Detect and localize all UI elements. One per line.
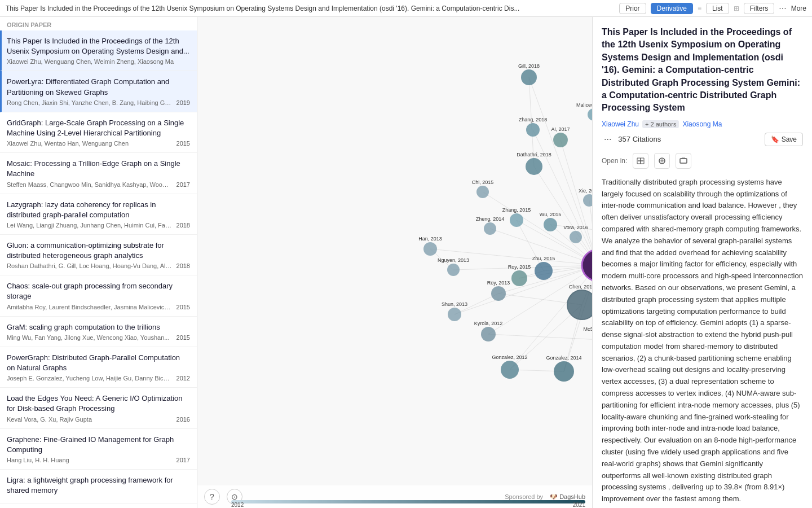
more-options-icon[interactable]: ···: [602, 134, 614, 144]
open-in-tool2[interactable]: [654, 153, 670, 169]
paper-meta: Ming Wu, Fan Yang, Jilong Xue, Wencong X…: [7, 334, 190, 341]
paper-list-item[interactable]: Gluon: a communication-optimizing substr…: [0, 235, 197, 275]
svg-line-2: [533, 130, 592, 265]
graph-node[interactable]: Gonzalez, 2014: [546, 355, 581, 382]
graph-node[interactable]: Roy, 2015: [508, 264, 531, 286]
prior-button[interactable]: Prior: [619, 3, 646, 14]
node-label: Dathathri, 2018: [517, 152, 551, 157]
derivative-button[interactable]: Derivative: [651, 3, 693, 14]
svg-point-85: [448, 308, 461, 321]
paper-list-item[interactable]: This Paper Is Included in the Proceeding…: [0, 30, 197, 71]
abstract-text: Traditionally distributed graph processi…: [602, 177, 803, 505]
svg-point-54: [567, 290, 592, 319]
main-content: Origin paper This Paper Is Included in t…: [0, 17, 812, 508]
list-icon: ≡: [698, 5, 701, 12]
svg-point-56: [526, 123, 540, 137]
node-label: Gonzalez, 2014: [546, 355, 581, 361]
svg-point-53: [582, 249, 592, 281]
more-label[interactable]: More: [791, 5, 806, 12]
node-label: Roy, 2015: [508, 264, 531, 270]
paper-authors: Amitabha Roy, Laurent Bindschaedler, Jas…: [7, 304, 172, 310]
author-primary[interactable]: Xiaowei Zhu: [602, 120, 639, 128]
author-last[interactable]: Xiaosong Ma: [682, 120, 722, 128]
right-panel: This Paper Is Included in the Proceeding…: [592, 17, 812, 508]
paper-list-item[interactable]: Lazygraph: lazy data coherency for repli…: [0, 194, 197, 235]
graph-node[interactable]: Ai, 2017: [551, 126, 570, 147]
help-button[interactable]: ?: [204, 489, 220, 505]
actions-row: ··· 357 Citations 🔖 Save: [602, 133, 803, 146]
paper-title: GraM: scaling graph computation to the t…: [7, 322, 190, 332]
paper-list-item[interactable]: Chaos: scale-out graph processing from s…: [0, 275, 197, 316]
open-in-tool1[interactable]: [633, 153, 648, 169]
paper-year: 2017: [176, 181, 190, 188]
graph-node[interactable]: Dathathri, 2018: [517, 152, 551, 175]
paper-list-item[interactable]: GraM: scaling graph computation to the t…: [0, 317, 197, 347]
graph-node[interactable]: Nguyen, 2013: [438, 257, 469, 276]
graph-node[interactable]: Wu, 2015: [540, 212, 561, 231]
node-label: Han, 2013: [418, 236, 442, 242]
paper-list-item[interactable]: Mosaic: Processing a Trillion-Edge Graph…: [0, 153, 197, 194]
paper-list-item[interactable]: PowerGraph: Distributed Graph-Parallel C…: [0, 347, 197, 388]
paper-authors: Lei Wang, Liangji Zhuang, Junhang Chen, …: [7, 222, 172, 229]
paper-authors: Keval Vora, G. Xu, Rajiv Gupta: [7, 416, 172, 423]
paper-authors: Xiaowei Zhu, Wenguang Chen, Weimin Zheng…: [7, 58, 190, 65]
graph-node[interactable]: Xie, 2015: [579, 188, 592, 207]
paper-authors: Hang Liu, H. H. Huang: [7, 457, 172, 463]
svg-point-58: [588, 108, 592, 121]
svg-point-83: [511, 270, 527, 286]
graph-node[interactable]: Kyrola, 2012: [474, 321, 503, 341]
paper-meta: Joseph E. Gonzalez, Yucheng Low, Haijie …: [7, 375, 190, 382]
save-button[interactable]: 🔖 Save: [765, 133, 803, 146]
graph-node[interactable]: Zhu, 2015: [532, 256, 555, 280]
paper-list-item[interactable]: PowerLyra: Differentiated Graph Computat…: [0, 71, 197, 112]
graph-node[interactable]: Malicevic, 2017: [576, 102, 592, 121]
paper-year: 2016: [176, 416, 190, 423]
svg-point-66: [583, 194, 592, 207]
paper-title: Mosaic: Processing a Trillion-Edge Graph…: [7, 159, 190, 179]
node-label: Shun, 2013: [442, 301, 467, 307]
paper-title: Chaos: scale-out graph processing from s…: [7, 281, 190, 301]
paper-list-item[interactable]: Load the Edges You Need: A Generic I/O O…: [0, 388, 197, 428]
svg-point-70: [510, 213, 523, 227]
paper-title: PowerGraph: Distributed Graph-Parallel C…: [7, 353, 190, 373]
graph-node[interactable]: Chi, 2015: [472, 179, 494, 198]
paper-meta: Hang Liu, H. H. Huang 2017: [7, 457, 190, 463]
paper-title: Ligra: a lightweight graph processing fr…: [7, 475, 190, 496]
citations-count: 357 Citations: [618, 135, 661, 143]
svg-rect-94: [680, 159, 687, 163]
paper-authors: Xiaowei Zhu, Wentao Han, Wenguang Chen: [7, 140, 172, 147]
paper-authors: Steffen Maass, Changwoo Min, Sanidhya Ka…: [7, 181, 172, 188]
graph-node[interactable]: Gonzalez, 2012: [492, 354, 527, 379]
svg-point-92: [554, 361, 574, 382]
open-in-tool3[interactable]: [676, 153, 691, 169]
graph-node[interactable]: Vora, 2016: [563, 225, 588, 243]
graph-node[interactable]: Zhang, 2015: [502, 207, 531, 227]
paper-detail-title: This Paper Is Included in the Proceeding…: [602, 26, 803, 115]
node-label: McSherry, 2015: [584, 326, 592, 332]
paper-list-item[interactable]: Ligra: a lightweight graph processing fr…: [0, 470, 197, 503]
more-dots-icon[interactable]: ···: [779, 3, 786, 14]
paper-meta: Amitabha Roy, Laurent Bindschaedler, Jas…: [7, 304, 190, 310]
graph-node[interactable]: McSherry, 2015: [584, 326, 592, 347]
page-title: This Paper Is Included in the Proceeding…: [6, 5, 615, 12]
svg-point-78: [423, 242, 437, 256]
graph-node[interactable]: Han, 2013: [418, 236, 442, 256]
paper-title: Load the Edges You Need: A Generic I/O O…: [7, 393, 190, 414]
list-button[interactable]: List: [706, 3, 729, 14]
graph-node[interactable]: Chen, 2019: [567, 284, 592, 319]
graph-node[interactable]: Gill, 2018: [518, 63, 540, 85]
node-label: Nguyen, 2013: [438, 257, 469, 263]
paper-year: 2018: [176, 262, 190, 269]
svg-point-74: [484, 222, 496, 235]
paper-list-item[interactable]: GridGraph: Large-Scale Graph Processing …: [0, 112, 197, 153]
graph-node[interactable]: Roy, 2013: [487, 280, 510, 301]
graph-panel[interactable]: ZhuChen, 2019Gill, 2018Zhang, 2018Mariap…: [197, 17, 592, 508]
filters-button[interactable]: Filters: [744, 3, 775, 14]
graph-node[interactable]: Zhang, 2018: [519, 117, 548, 137]
paper-list-item[interactable]: Graphene: Fine-Grained IO Management for…: [0, 429, 197, 470]
svg-point-84: [491, 286, 506, 301]
open-in-row: Open in:: [602, 153, 803, 169]
authors-more-badge[interactable]: + 2 authors: [642, 120, 679, 128]
paper-title: This Paper Is Included in the Proceeding…: [7, 36, 190, 56]
authors-row: Xiaowei Zhu + 2 authors Xiaosong Ma: [602, 120, 803, 128]
